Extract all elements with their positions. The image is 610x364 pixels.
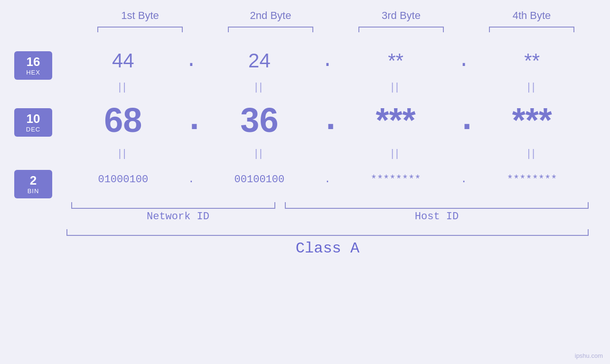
dec-num: 10 <box>27 112 40 126</box>
base-badges: 16 HEX 10 DEC 2 BIN <box>0 42 66 198</box>
hex-byte-4: ** <box>480 49 584 72</box>
hex-byte-3: ** <box>344 49 448 72</box>
dec-row: 68 . 36 . *** . *** <box>66 94 589 146</box>
bin-byte-1: 01000100 <box>71 174 175 186</box>
bin-num: 2 <box>30 174 37 187</box>
dec-dot-2: . <box>320 101 335 140</box>
bracket-3 <box>358 27 444 32</box>
bin-byte-4: ******** <box>480 174 584 186</box>
equals-row-2: || || || || <box>66 146 589 160</box>
eq-1: || <box>71 81 175 93</box>
hex-dot-2: . <box>320 49 335 72</box>
bin-byte-2: 00100100 <box>207 174 311 186</box>
bracket-4 <box>489 27 574 32</box>
bin-dot-1: . <box>184 174 198 186</box>
bin-row: 01000100 . 00100100 . ******** . *******… <box>66 160 589 198</box>
eq-4: || <box>480 81 584 93</box>
network-bracket <box>71 202 275 209</box>
hex-dot-1: . <box>184 49 198 72</box>
byte-header-1: 1st Byte <box>88 9 192 22</box>
dec-badge: 10 DEC <box>14 108 52 137</box>
byte-header-4: 4th Byte <box>479 9 584 22</box>
dec-byte-3: *** <box>344 101 448 140</box>
byte-header-3: 3rd Byte <box>349 9 453 22</box>
dec-dot-3: . <box>457 101 471 140</box>
byte-header-2: 2nd Byte <box>218 9 323 22</box>
class-bracket <box>66 229 589 236</box>
hex-label: HEX <box>26 69 40 76</box>
eq-5: || <box>71 147 175 159</box>
bracket-1 <box>97 27 183 32</box>
hex-row: 44 . 24 . ** . ** <box>66 42 589 80</box>
network-id-label: Network ID <box>66 211 285 223</box>
eq-2: || <box>207 81 311 93</box>
dec-dot-1: . <box>184 101 198 140</box>
bottom-brackets-row <box>66 202 589 209</box>
bin-badge: 2 BIN <box>14 170 52 198</box>
class-label: Class A <box>66 240 589 257</box>
byte-headers: 1st Byte 2nd Byte 3rd Byte 4th Byte <box>75 9 597 22</box>
hex-byte-1: 44 <box>71 49 175 72</box>
main-container: 1st Byte 2nd Byte 3rd Byte 4th Byte 16 H… <box>0 0 610 364</box>
bin-byte-3: ******** <box>344 174 448 186</box>
host-id-label: Host ID <box>285 211 589 223</box>
hex-dot-3: . <box>457 49 471 72</box>
dec-byte-2: 36 <box>207 101 311 140</box>
hex-badge: 16 HEX <box>14 51 52 80</box>
bin-dot-2: . <box>320 174 335 186</box>
dec-byte-4: *** <box>480 101 584 140</box>
eq-8: || <box>480 147 584 159</box>
watermark: ipshu.com <box>575 352 603 359</box>
bin-label: BIN <box>28 187 39 195</box>
dec-label: DEC <box>26 126 40 133</box>
header-brackets <box>75 27 597 32</box>
dec-byte-1: 68 <box>71 101 175 140</box>
host-bracket <box>285 202 589 209</box>
hex-num: 16 <box>27 55 40 69</box>
eq-6: || <box>207 147 311 159</box>
eq-7: || <box>344 147 448 159</box>
bin-dot-3: . <box>457 174 471 186</box>
id-labels-row: Network ID Host ID <box>66 211 589 223</box>
data-rows: 44 . 24 . ** . ** || || || || 68 <box>66 42 589 257</box>
equals-row-1: || || || || <box>66 80 589 94</box>
hex-byte-2: 24 <box>207 49 311 72</box>
eq-3: || <box>344 81 448 93</box>
bracket-2 <box>228 27 313 32</box>
